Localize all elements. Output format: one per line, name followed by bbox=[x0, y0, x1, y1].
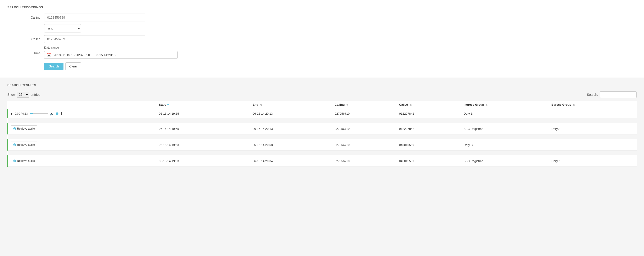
calling-row: Calling bbox=[7, 14, 637, 22]
ingress-cell: Dory B bbox=[461, 139, 549, 151]
retrieve-cell: ➊ Retrieve audio bbox=[8, 139, 156, 151]
audio-player: ▶ 0:00 / 0:13 🔈 ⬇ bbox=[11, 111, 154, 116]
retrieve-label: Retrieve audio bbox=[17, 159, 35, 162]
table-row: ▶ 0:00 / 0:13 🔈 ⬇ 06-15 14:19:55 06-15 1… bbox=[8, 109, 637, 118]
col-header-end[interactable]: End ⇅ bbox=[250, 101, 332, 109]
start-cell: 06-15 14:19:55 bbox=[156, 109, 250, 118]
entries-label: entries bbox=[30, 93, 40, 96]
calling-cell: 027956710 bbox=[332, 109, 396, 118]
retrieve-label: Retrieve audio bbox=[17, 143, 35, 146]
download-icon[interactable]: ⬇ bbox=[60, 111, 63, 116]
called-label: Called bbox=[7, 37, 44, 41]
ingress-cell: SBC Registrar bbox=[461, 155, 549, 167]
row-spacer bbox=[8, 151, 637, 155]
calling-cell: 027956710 bbox=[332, 155, 396, 167]
table-row: ➊ Retrieve audio 06-15 14:19:53 06-15 14… bbox=[8, 155, 637, 167]
called-cell: 012207842 bbox=[396, 109, 461, 118]
progress-bar[interactable] bbox=[30, 113, 48, 114]
start-cell: 06-15 14:19:53 bbox=[156, 139, 250, 151]
egress-cell bbox=[549, 139, 637, 151]
time-display: 0:00 / 0:13 bbox=[15, 112, 28, 115]
end-cell: 06-15 14:20:13 bbox=[250, 109, 332, 118]
table-row: ➊ Retrieve audio 06-15 14:19:53 06-15 14… bbox=[8, 139, 637, 151]
sort-icon-end: ⇅ bbox=[260, 104, 262, 106]
called-input[interactable] bbox=[44, 35, 145, 43]
calling-cell: 027956710 bbox=[332, 139, 396, 151]
calling-cell: 027956710 bbox=[332, 123, 396, 134]
table-header-row: Start ▼ End ⇅ Calling ⇅ Called ⇅ Ingress… bbox=[8, 101, 637, 109]
ingress-cell: SBC Registrar bbox=[461, 123, 549, 134]
results-section: SEARCH RESULTS Show 25 50 100 entries Se… bbox=[0, 78, 644, 172]
start-cell: 06-15 14:19:55 bbox=[156, 123, 250, 134]
retrieve-cell: ➊ Retrieve audio bbox=[8, 155, 156, 167]
show-entries: Show 25 50 100 entries bbox=[7, 92, 40, 98]
date-range-picker[interactable]: 📅 2018-06-15 13:20:32 - 2018-06-15 14:20… bbox=[44, 51, 178, 59]
sort-icon-calling: ⇅ bbox=[346, 104, 348, 106]
col-header-calling[interactable]: Calling ⇅ bbox=[332, 101, 396, 109]
volume-dot bbox=[56, 112, 58, 115]
retrieve-icon: ➊ bbox=[13, 143, 16, 147]
progress-fill bbox=[30, 113, 33, 114]
table-search-input[interactable] bbox=[600, 91, 637, 98]
row-spacer bbox=[8, 118, 637, 123]
col-header-ingress[interactable]: Ingress Group ⇅ bbox=[461, 101, 549, 109]
end-cell: 06-15 14:20:13 bbox=[250, 123, 332, 134]
table-row: ➊ Retrieve audio 06-15 14:19:55 06-15 14… bbox=[8, 123, 637, 134]
egress-cell bbox=[549, 109, 637, 118]
table-controls: Show 25 50 100 entries Search: bbox=[7, 91, 637, 98]
col-header-called[interactable]: Called ⇅ bbox=[396, 101, 461, 109]
col-header-audio bbox=[8, 101, 156, 109]
sort-icon-called: ⇅ bbox=[410, 104, 412, 106]
retrieve-audio-button[interactable]: ➊ Retrieve audio bbox=[11, 125, 37, 132]
egress-cell: Dory A bbox=[549, 155, 637, 167]
row-spacer bbox=[8, 134, 637, 139]
search-button[interactable]: Search bbox=[44, 63, 64, 70]
retrieve-icon: ➊ bbox=[13, 159, 16, 163]
player-cell: ▶ 0:00 / 0:13 🔈 ⬇ bbox=[8, 109, 156, 118]
retrieve-label: Retrieve audio bbox=[17, 127, 35, 130]
retrieve-audio-button[interactable]: ➊ Retrieve audio bbox=[11, 158, 37, 164]
button-row: Search Clear bbox=[44, 62, 637, 70]
sort-icon-egress: ⇅ bbox=[573, 104, 575, 106]
called-cell: 045015559 bbox=[396, 139, 461, 151]
time-label: Time bbox=[7, 46, 44, 55]
date-range-value: 2018-06-15 13:20:32 - 2018-06-15 14:20:3… bbox=[54, 53, 116, 57]
operator-row: and or bbox=[7, 24, 637, 33]
retrieve-cell: ➊ Retrieve audio bbox=[8, 123, 156, 134]
end-cell: 06-15 14:20:58 bbox=[250, 139, 332, 151]
col-header-start[interactable]: Start ▼ bbox=[156, 101, 250, 109]
show-label: Show bbox=[7, 93, 16, 96]
volume-icon[interactable]: 🔈 bbox=[50, 112, 54, 116]
called-cell: 045015559 bbox=[396, 155, 461, 167]
operator-select[interactable]: and or bbox=[44, 24, 81, 33]
egress-cell: Dory A bbox=[549, 123, 637, 134]
calling-label: Calling bbox=[7, 16, 44, 19]
called-cell: 012207842 bbox=[396, 123, 461, 134]
retrieve-icon: ➊ bbox=[13, 127, 16, 131]
called-row: Called bbox=[7, 35, 637, 43]
table-search-label: Search: bbox=[587, 93, 598, 96]
calendar-icon: 📅 bbox=[47, 53, 51, 57]
date-range-label: Date range bbox=[44, 46, 178, 49]
entries-select[interactable]: 25 50 100 bbox=[17, 92, 29, 98]
sort-icon-start: ▼ bbox=[166, 103, 170, 106]
time-row: Time Date range 📅 2018-06-15 13:20:32 - … bbox=[7, 46, 637, 59]
retrieve-audio-button[interactable]: ➊ Retrieve audio bbox=[11, 142, 37, 148]
clear-button[interactable]: Clear bbox=[65, 62, 81, 70]
col-header-egress[interactable]: Egress Group ⇅ bbox=[549, 101, 637, 109]
sort-icon-ingress: ⇅ bbox=[486, 104, 488, 106]
table-search-area: Search: bbox=[587, 91, 637, 98]
play-button[interactable]: ▶ bbox=[11, 112, 13, 115]
end-cell: 06-15 14:20:34 bbox=[250, 155, 332, 167]
start-cell: 06-15 14:19:53 bbox=[156, 155, 250, 167]
calling-input[interactable] bbox=[44, 14, 145, 22]
search-title: SEARCH RECORDINGS bbox=[7, 6, 637, 9]
results-table: Start ▼ End ⇅ Calling ⇅ Called ⇅ Ingress… bbox=[7, 101, 637, 167]
ingress-cell: Dory B bbox=[461, 109, 549, 118]
search-section: SEARCH RECORDINGS Calling and or Called … bbox=[0, 0, 644, 78]
results-title: SEARCH RESULTS bbox=[7, 83, 637, 87]
